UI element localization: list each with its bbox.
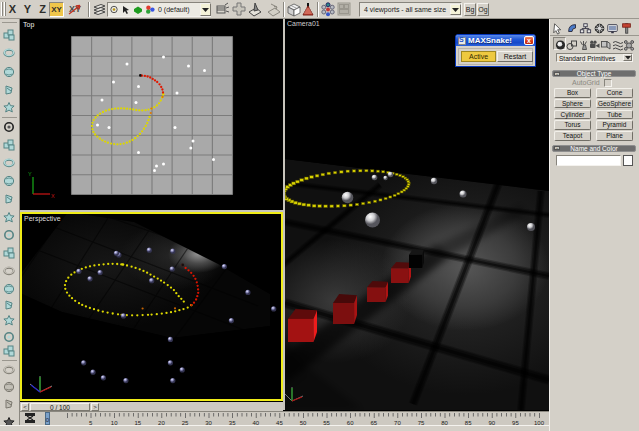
svg-text:Y: Y bbox=[28, 171, 32, 177]
svg-text:X: X bbox=[51, 193, 55, 199]
